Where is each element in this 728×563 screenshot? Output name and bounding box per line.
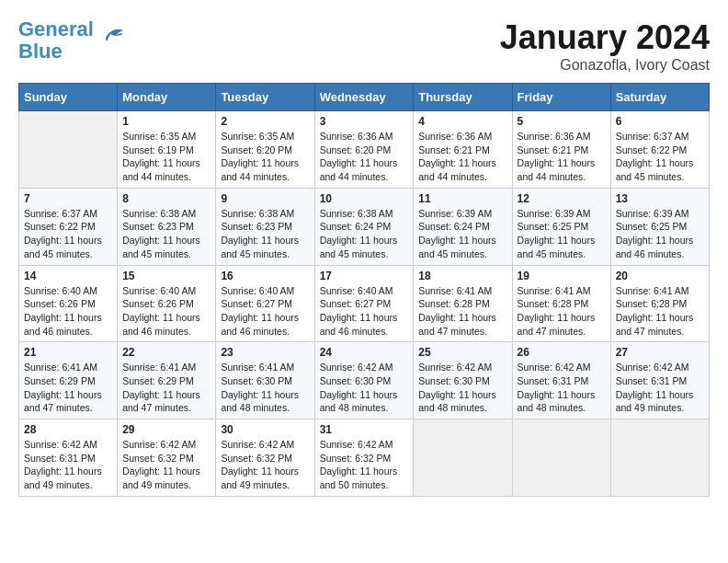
- cell-info: Sunrise: 6:41 AMSunset: 6:29 PMDaylight:…: [24, 361, 112, 415]
- calendar-cell: [610, 419, 709, 497]
- cell-date: 25: [418, 346, 506, 359]
- cell-info: Sunrise: 6:40 AMSunset: 6:27 PMDaylight:…: [221, 284, 309, 339]
- calendar-cell: [512, 419, 610, 497]
- calendar-cell: 2Sunrise: 6:35 AMSunset: 6:20 PMDaylight…: [216, 111, 314, 189]
- cell-info: Sunrise: 6:41 AMSunset: 6:28 PMDaylight:…: [418, 284, 506, 339]
- cell-info: Sunrise: 6:37 AMSunset: 6:22 PMDaylight:…: [24, 207, 112, 261]
- cell-info: Sunrise: 6:36 AMSunset: 6:21 PMDaylight:…: [418, 130, 506, 184]
- week-row-1: 1Sunrise: 6:35 AMSunset: 6:19 PMDaylight…: [19, 111, 710, 189]
- calendar-cell: 16Sunrise: 6:40 AMSunset: 6:27 PMDayligh…: [216, 265, 314, 342]
- calendar-cell: 8Sunrise: 6:38 AMSunset: 6:23 PMDaylight…: [118, 188, 216, 265]
- day-header-saturday: Saturday: [610, 84, 709, 111]
- cell-info: Sunrise: 6:40 AMSunset: 6:26 PMDaylight:…: [24, 284, 112, 339]
- week-row-3: 14Sunrise: 6:40 AMSunset: 6:26 PMDayligh…: [19, 265, 710, 342]
- day-header-friday: Friday: [512, 84, 610, 111]
- cell-info: Sunrise: 6:37 AMSunset: 6:22 PMDaylight:…: [616, 130, 704, 184]
- cell-date: 3: [320, 115, 409, 128]
- location-title: Gonazofla, Ivory Coast: [500, 57, 710, 74]
- calendar-cell: 10Sunrise: 6:38 AMSunset: 6:24 PMDayligh…: [314, 188, 414, 265]
- calendar-cell: 20Sunrise: 6:41 AMSunset: 6:28 PMDayligh…: [610, 265, 709, 342]
- cell-date: 20: [616, 270, 704, 282]
- cell-date: 16: [221, 270, 309, 282]
- day-header-wednesday: Wednesday: [314, 84, 414, 111]
- cell-info: Sunrise: 6:42 AMSunset: 6:32 PMDaylight:…: [122, 438, 210, 492]
- cell-info: Sunrise: 6:42 AMSunset: 6:31 PMDaylight:…: [518, 361, 606, 415]
- calendar-cell: [19, 111, 118, 189]
- cell-info: Sunrise: 6:41 AMSunset: 6:28 PMDaylight:…: [518, 284, 606, 339]
- cell-info: Sunrise: 6:42 AMSunset: 6:32 PMDaylight:…: [320, 438, 409, 492]
- cell-info: Sunrise: 6:38 AMSunset: 6:23 PMDaylight:…: [122, 207, 210, 261]
- cell-date: 2: [221, 115, 309, 128]
- cell-info: Sunrise: 6:42 AMSunset: 6:30 PMDaylight:…: [320, 361, 409, 415]
- calendar-cell: 5Sunrise: 6:36 AMSunset: 6:21 PMDaylight…: [512, 111, 610, 189]
- cell-date: 8: [122, 192, 210, 205]
- calendar-cell: 11Sunrise: 6:39 AMSunset: 6:24 PMDayligh…: [414, 188, 512, 265]
- calendar-cell: 26Sunrise: 6:42 AMSunset: 6:31 PMDayligh…: [512, 342, 610, 419]
- calendar-cell: 18Sunrise: 6:41 AMSunset: 6:28 PMDayligh…: [414, 265, 512, 342]
- cell-info: Sunrise: 6:40 AMSunset: 6:26 PMDaylight:…: [122, 284, 210, 339]
- cell-date: 14: [24, 270, 112, 282]
- calendar-cell: 9Sunrise: 6:38 AMSunset: 6:23 PMDaylight…: [216, 188, 314, 265]
- calendar-cell: 27Sunrise: 6:42 AMSunset: 6:31 PMDayligh…: [610, 342, 709, 419]
- cell-info: Sunrise: 6:41 AMSunset: 6:30 PMDaylight:…: [221, 361, 309, 415]
- calendar-cell: 19Sunrise: 6:41 AMSunset: 6:28 PMDayligh…: [512, 265, 610, 342]
- cell-date: 24: [320, 346, 409, 359]
- week-row-4: 21Sunrise: 6:41 AMSunset: 6:29 PMDayligh…: [19, 342, 710, 419]
- calendar-cell: 7Sunrise: 6:37 AMSunset: 6:22 PMDaylight…: [19, 188, 118, 265]
- calendar-cell: 4Sunrise: 6:36 AMSunset: 6:21 PMDaylight…: [414, 111, 512, 189]
- cell-date: 30: [221, 423, 309, 436]
- cell-date: 21: [24, 346, 112, 359]
- cell-info: Sunrise: 6:42 AMSunset: 6:32 PMDaylight:…: [221, 438, 309, 492]
- calendar-cell: 3Sunrise: 6:36 AMSunset: 6:20 PMDaylight…: [314, 111, 414, 189]
- cell-info: Sunrise: 6:35 AMSunset: 6:20 PMDaylight:…: [221, 130, 309, 184]
- day-header-thursday: Thursday: [414, 84, 512, 111]
- cell-info: Sunrise: 6:39 AMSunset: 6:24 PMDaylight:…: [418, 207, 506, 261]
- calendar-cell: 31Sunrise: 6:42 AMSunset: 6:32 PMDayligh…: [314, 419, 414, 497]
- cell-date: 7: [24, 192, 112, 205]
- cell-date: 5: [518, 115, 606, 128]
- cell-date: 12: [518, 192, 606, 205]
- cell-date: 13: [616, 192, 704, 205]
- cell-date: 27: [616, 346, 704, 359]
- calendar-cell: 25Sunrise: 6:42 AMSunset: 6:30 PMDayligh…: [414, 342, 512, 419]
- cell-info: Sunrise: 6:36 AMSunset: 6:20 PMDaylight:…: [320, 130, 409, 184]
- cell-date: 1: [122, 115, 210, 128]
- week-row-2: 7Sunrise: 6:37 AMSunset: 6:22 PMDaylight…: [19, 188, 710, 265]
- cell-info: Sunrise: 6:38 AMSunset: 6:23 PMDaylight:…: [221, 207, 309, 261]
- page-header: GeneralBlue January 2024 Gonazofla, Ivor…: [18, 18, 710, 74]
- cell-info: Sunrise: 6:41 AMSunset: 6:29 PMDaylight:…: [122, 361, 210, 415]
- logo: GeneralBlue: [18, 18, 125, 63]
- cell-info: Sunrise: 6:42 AMSunset: 6:31 PMDaylight:…: [24, 438, 112, 492]
- calendar-cell: 15Sunrise: 6:40 AMSunset: 6:26 PMDayligh…: [118, 265, 216, 342]
- week-row-5: 28Sunrise: 6:42 AMSunset: 6:31 PMDayligh…: [19, 419, 710, 497]
- calendar-cell: 6Sunrise: 6:37 AMSunset: 6:22 PMDaylight…: [610, 111, 709, 189]
- cell-info: Sunrise: 6:35 AMSunset: 6:19 PMDaylight:…: [122, 130, 210, 184]
- calendar-cell: 29Sunrise: 6:42 AMSunset: 6:32 PMDayligh…: [118, 419, 216, 497]
- calendar-cell: 30Sunrise: 6:42 AMSunset: 6:32 PMDayligh…: [216, 419, 314, 497]
- cell-date: 23: [221, 346, 309, 359]
- cell-date: 6: [616, 115, 704, 128]
- cell-date: 15: [122, 270, 210, 282]
- day-header-sunday: Sunday: [19, 84, 118, 111]
- cell-date: 11: [418, 192, 506, 205]
- logo-bird-icon: [97, 25, 125, 47]
- day-header-tuesday: Tuesday: [216, 84, 314, 111]
- cell-date: 28: [24, 423, 112, 436]
- calendar-cell: 28Sunrise: 6:42 AMSunset: 6:31 PMDayligh…: [19, 419, 118, 497]
- cell-info: Sunrise: 6:38 AMSunset: 6:24 PMDaylight:…: [320, 207, 409, 261]
- calendar-cell: 22Sunrise: 6:41 AMSunset: 6:29 PMDayligh…: [118, 342, 216, 419]
- cell-info: Sunrise: 6:42 AMSunset: 6:30 PMDaylight:…: [418, 361, 506, 415]
- cell-info: Sunrise: 6:42 AMSunset: 6:31 PMDaylight:…: [616, 361, 704, 415]
- cell-info: Sunrise: 6:39 AMSunset: 6:25 PMDaylight:…: [616, 207, 704, 261]
- cell-info: Sunrise: 6:36 AMSunset: 6:21 PMDaylight:…: [518, 130, 606, 184]
- calendar-cell: 17Sunrise: 6:40 AMSunset: 6:27 PMDayligh…: [314, 265, 414, 342]
- title-block: January 2024 Gonazofla, Ivory Coast: [500, 18, 710, 74]
- calendar-cell: 12Sunrise: 6:39 AMSunset: 6:25 PMDayligh…: [512, 188, 610, 265]
- month-title: January 2024: [500, 18, 710, 57]
- day-header-monday: Monday: [118, 84, 216, 111]
- cell-date: 19: [518, 270, 606, 282]
- cell-date: 31: [320, 423, 409, 436]
- calendar-cell: 23Sunrise: 6:41 AMSunset: 6:30 PMDayligh…: [216, 342, 314, 419]
- cell-info: Sunrise: 6:40 AMSunset: 6:27 PMDaylight:…: [320, 284, 409, 339]
- cell-date: 26: [518, 346, 606, 359]
